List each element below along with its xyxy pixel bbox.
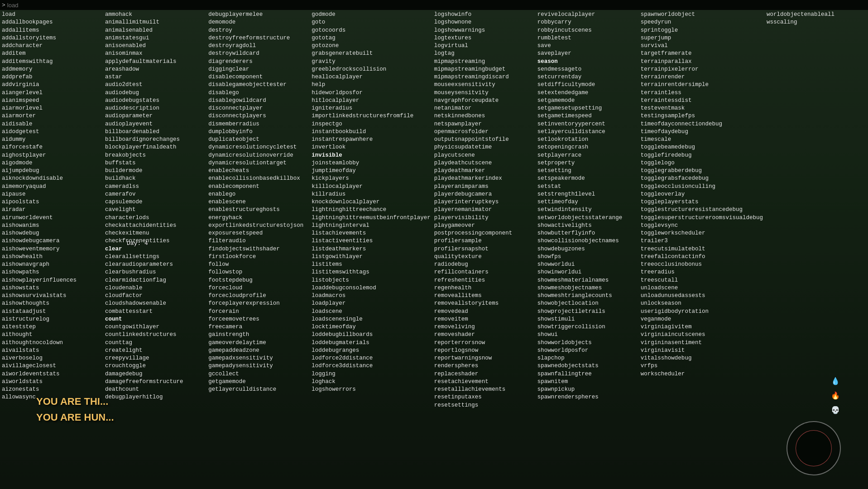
command-item[interactable]: aishowstats [2, 284, 101, 292]
command-item[interactable]: save [537, 42, 637, 50]
command-item[interactable]: worldobjectenableall [767, 11, 866, 19]
command-item[interactable]: anisominmax [105, 50, 205, 58]
command-item[interactable]: showobjectlocation [537, 300, 637, 307]
command-item[interactable]: togglefiredebug [641, 152, 763, 159]
command-item[interactable]: setplayerrace [537, 152, 637, 159]
command-item[interactable]: treeocclusinobonus [641, 261, 763, 268]
command-item[interactable]: unloadscene [641, 284, 763, 292]
command-item[interactable]: aishowdebugcamera [2, 237, 101, 245]
command-item[interactable]: togglegrabberdebug [641, 167, 763, 175]
command-item[interactable]: revivelocalplayer [537, 11, 637, 19]
command-item[interactable]: survival [641, 42, 763, 50]
command-item[interactable]: trailer3 [641, 237, 763, 245]
command-item[interactable]: crouchtoggle [105, 362, 205, 370]
command-item[interactable]: cavelight [105, 206, 205, 214]
command-item[interactable]: clearbushradius [105, 268, 205, 276]
command-item[interactable]: listgowithlayer [312, 253, 431, 261]
command-item[interactable]: setgamemode [537, 97, 637, 105]
command-item[interactable]: logtextures [434, 34, 534, 42]
command-item[interactable]: togglesuperstructureroomsvisualdebug [641, 214, 763, 222]
command-item[interactable]: aishowthoughts [2, 300, 101, 307]
command-item[interactable]: vitalsshowdebug [641, 355, 763, 362]
command-item[interactable]: aiarmorter [2, 112, 101, 120]
command-item[interactable]: terrainpixelerror [641, 66, 763, 73]
command-item[interactable]: aithoughtnocoldown [2, 339, 101, 347]
command-item[interactable]: goto [312, 19, 431, 26]
command-item[interactable]: gamepadysensitivity [208, 362, 308, 370]
command-item[interactable]: removeshader [434, 331, 534, 339]
command-item[interactable]: openmacrosfolder [434, 128, 534, 136]
command-item[interactable]: showstimuli [537, 316, 637, 323]
command-item[interactable]: aipause [2, 191, 101, 198]
command-item[interactable]: logshowinfo [434, 11, 534, 19]
command-item[interactable]: qualitytexture [434, 253, 534, 261]
command-item[interactable]: countgowithlayer [105, 323, 205, 331]
command-item[interactable]: forceemovetrees [208, 316, 308, 323]
command-item[interactable]: killradius [312, 191, 431, 198]
command-item[interactable]: lodforce3ddistance [312, 362, 431, 370]
command-item[interactable]: forcecloudprofile [208, 292, 308, 300]
command-item[interactable]: navgraphforceupdate [434, 97, 534, 105]
command-item[interactable]: logshowwarnings [434, 27, 534, 34]
command-item[interactable]: aiforcestafe [2, 144, 101, 151]
command-item[interactable]: veganmode [641, 316, 763, 323]
command-item[interactable]: aipoolstats [2, 198, 101, 206]
command-item[interactable]: anisoenabled [105, 42, 205, 50]
command-item[interactable]: invisible [312, 152, 431, 159]
command-item[interactable]: removedead [434, 308, 534, 316]
command-item[interactable]: togglevsync [641, 222, 763, 230]
command-item[interactable]: lightninginterval [312, 222, 431, 230]
command-item[interactable]: gotocoords [312, 27, 431, 34]
command-item[interactable]: forcecloud [208, 284, 308, 292]
command-item[interactable]: togglestructureresistancedebug [641, 206, 763, 214]
command-item[interactable]: refreshentities [434, 277, 534, 284]
command-item[interactable]: setlayerculldistance [537, 128, 637, 136]
command-item[interactable]: airadar [2, 206, 101, 214]
command-item[interactable]: slapchop [537, 355, 637, 362]
command-item[interactable]: testingsamplefps [641, 112, 763, 120]
command-item[interactable]: loadscenesingle [312, 316, 431, 323]
command-item[interactable]: lightninghittreechance [312, 206, 431, 214]
command-item[interactable]: removeallitems [434, 292, 534, 300]
command-item[interactable]: virginiagivitem [641, 323, 763, 331]
command-item[interactable]: enablecheats [208, 167, 308, 175]
command-item[interactable]: createlight [105, 347, 205, 355]
command-item[interactable]: audiodebug [105, 89, 205, 97]
command-item[interactable]: setstrength1level [537, 191, 637, 198]
command-item[interactable]: profilersample [434, 237, 534, 245]
command-item[interactable]: toggleocclusionculling [641, 183, 763, 191]
command-item[interactable]: audio2dtest [105, 81, 205, 89]
command-item[interactable]: getlayerculldistance [208, 386, 308, 393]
command-item[interactable]: ammohack [105, 11, 205, 19]
command-item[interactable]: logtag [434, 50, 534, 58]
command-item[interactable]: dynamicresolutioncycletest [208, 144, 308, 151]
command-item[interactable]: energyhack [208, 214, 308, 222]
command-item[interactable]: unloadunusedassests [641, 292, 763, 300]
command-item[interactable]: showcollisionobjectnames [537, 237, 637, 245]
command-item[interactable]: aiworldstats [2, 378, 101, 386]
command-item[interactable]: aishowanims [2, 222, 101, 230]
command-item[interactable]: aishowpaths [2, 268, 101, 276]
command-item[interactable]: netspawnplayer [434, 120, 534, 128]
command-item[interactable]: aiknockdowndisable [2, 175, 101, 182]
command-item[interactable]: lightninghittreemustbeinfrontplayer [312, 214, 431, 222]
command-item[interactable]: spawnfallingtree [537, 370, 637, 378]
command-item[interactable]: loadplayer [312, 300, 431, 307]
command-item[interactable]: logshownone [434, 19, 534, 26]
command-item[interactable]: showmeshmaterialnames [537, 277, 637, 284]
command-item[interactable]: buildermode [105, 167, 205, 175]
command-item[interactable]: locktimeofday [312, 323, 431, 331]
command-item[interactable]: aistructurelog [2, 316, 101, 323]
command-item[interactable]: disablego [208, 89, 308, 97]
command-item[interactable]: toggleoverlay [641, 191, 763, 198]
command-item[interactable]: follow [208, 261, 308, 268]
command-item[interactable]: joinsteamlobby [312, 159, 431, 167]
command-item[interactable]: aishoweventmemory [2, 245, 101, 253]
command-item[interactable]: disablegowildcard [208, 97, 308, 105]
command-item[interactable]: additem [2, 50, 101, 58]
command-item[interactable]: setsetting [537, 167, 637, 175]
command-item[interactable]: addallbookpages [2, 19, 101, 26]
command-item[interactable]: gototag [312, 34, 431, 42]
command-item[interactable]: speedyrun [641, 19, 763, 26]
command-item[interactable]: destroyfreeformstructure [208, 34, 308, 42]
